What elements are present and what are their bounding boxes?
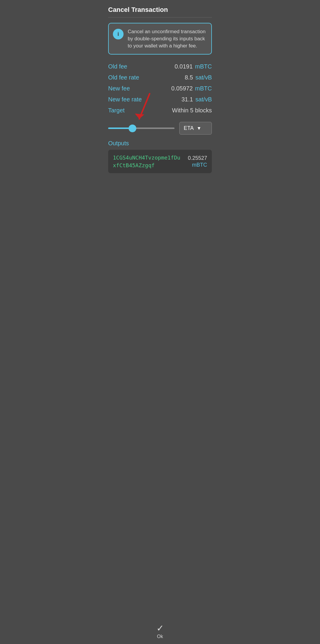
target-value: Within 5 blocks	[172, 107, 212, 114]
new-fee-rate-unit: sat/vB	[195, 96, 212, 103]
new-fee-value: 0.05972 mBTC	[171, 85, 212, 92]
new-fee-label: New fee	[108, 85, 130, 92]
output-address: 1CGS4uNCH4Tvzopme1fDuxfCtB45AZzgqf	[113, 154, 185, 169]
outputs-title: Outputs	[108, 140, 212, 147]
old-fee-amount: 0.0191	[175, 63, 193, 70]
new-fee-amount: 0.05972	[171, 85, 193, 92]
output-value: 0.25527	[188, 155, 207, 161]
output-amount: 0.25527 mBTC	[188, 155, 207, 168]
info-icon: i	[113, 29, 124, 39]
new-fee-rate-label: New fee rate	[108, 96, 142, 103]
new-fee-unit: mBTC	[195, 85, 212, 92]
eta-dropdown-label: ETA	[184, 125, 194, 131]
output-unit: mBTC	[192, 162, 207, 168]
fee-row-new-fee: New fee 0.05972 mBTC	[108, 83, 212, 94]
old-fee-value: 0.0191 mBTC	[175, 63, 212, 70]
info-text: Cancel an unconfirmed transaction by dou…	[128, 28, 207, 49]
old-fee-rate-value: 8.5 sat/vB	[185, 74, 212, 81]
header-divider	[108, 17, 212, 17]
fee-row-old-fee: Old fee 0.0191 mBTC	[108, 61, 212, 72]
slider-with-arrow: ETA ▼	[108, 122, 212, 135]
old-fee-rate-label: Old fee rate	[108, 74, 139, 81]
info-box: i Cancel an unconfirmed transaction by d…	[108, 23, 212, 55]
target-text: Within 5 blocks	[172, 107, 212, 114]
target-label: Target	[108, 107, 125, 114]
slider-wrapper	[108, 123, 175, 134]
chevron-down-icon: ▼	[197, 126, 201, 131]
outputs-section: Outputs 1CGS4uNCH4Tvzopme1fDuxfCtB45AZzg…	[102, 137, 218, 173]
fee-row-new-fee-rate: New fee rate 31.1 sat/vB	[108, 94, 212, 105]
old-fee-label: Old fee	[108, 63, 127, 70]
new-fee-rate-value: 31.1 sat/vB	[181, 96, 212, 103]
eta-dropdown[interactable]: ETA ▼	[179, 122, 212, 135]
header: Cancel Transaction	[102, 0, 218, 17]
page-container: Cancel Transaction i Cancel an unconfirm…	[102, 0, 218, 258]
output-box: 1CGS4uNCH4Tvzopme1fDuxfCtB45AZzgqf 0.255…	[108, 150, 212, 173]
old-fee-rate-amount: 8.5	[185, 74, 193, 81]
old-fee-unit: mBTC	[195, 63, 212, 70]
fee-rate-slider[interactable]	[108, 127, 175, 129]
fee-row-old-fee-rate: Old fee rate 8.5 sat/vB	[108, 72, 212, 83]
fee-row-target: Target Within 5 blocks	[108, 105, 212, 116]
page-title: Cancel Transaction	[108, 6, 212, 14]
new-fee-rate-amount: 31.1	[181, 96, 193, 103]
fee-table: Old fee 0.0191 mBTC Old fee rate 8.5 sat…	[102, 60, 218, 119]
slider-row: ETA ▼	[108, 122, 212, 135]
old-fee-rate-unit: sat/vB	[195, 74, 212, 81]
slider-section: ETA ▼	[102, 119, 218, 137]
